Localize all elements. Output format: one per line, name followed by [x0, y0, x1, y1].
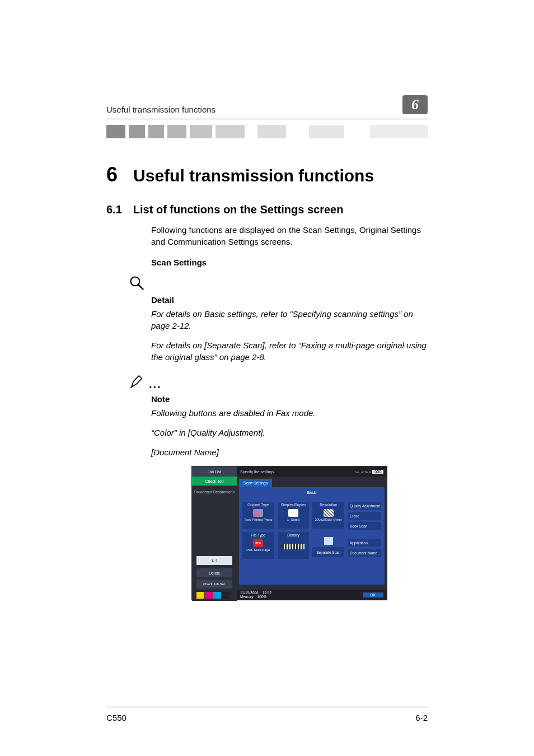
resolution-icon — [324, 509, 334, 517]
note-paragraph-1: Following buttons are disabled in Fax mo… — [151, 407, 428, 419]
ss-density-label: Density — [287, 534, 299, 538]
ss-topbar-text: Specify the settings. — [240, 470, 275, 474]
ss-resolution-label: Resolution — [320, 503, 337, 508]
ss-original-type-label: Original Type — [247, 503, 269, 508]
ss-basic-bar: Basic — [242, 491, 381, 498]
ss-separate-scan-area: Separate Scan — [312, 532, 344, 559]
ellipsis-icon: ... — [149, 378, 162, 392]
ss-quality-button[interactable]: Quality Adjustment — [348, 502, 381, 510]
ss-pager[interactable]: 1/ 1 — [196, 556, 232, 565]
pdf-icon: PDF — [253, 539, 263, 547]
ss-file-type-label: File Type — [251, 534, 265, 538]
ss-file-type-value: PDF Multi Page — [246, 548, 270, 552]
ss-scan-settings-tab[interactable]: Scan Settings — [239, 479, 272, 487]
photo-icon — [253, 509, 263, 517]
ss-application-button[interactable]: Application — [348, 539, 381, 547]
ss-memory-label: Memory — [240, 595, 253, 599]
ss-check-job-tab[interactable]: Check Job — [192, 477, 237, 486]
device-screenshot: Job List Check Job Broadcast Destination… — [191, 466, 387, 600]
ss-erase-button[interactable]: Erase — [348, 512, 381, 520]
footer-page-number: 6-2 — [415, 713, 428, 722]
chapter-number: 6 — [106, 163, 118, 186]
density-meter-icon — [282, 544, 305, 549]
chapter-title: Useful transmission functions — [133, 166, 374, 185]
ss-simplex-label: Simplex/Duplex — [280, 503, 306, 508]
decorative-gradient-bar — [106, 125, 428, 138]
ss-original-type-button[interactable]: Original Type Text/ Printed Photo — [242, 502, 274, 529]
ss-resolution-value: 200x200dpi (Fine) — [315, 518, 341, 521]
pen-icon — [129, 373, 146, 392]
note-paragraph-3: [Document Name] — [151, 446, 428, 458]
separate-scan-icon — [324, 537, 333, 545]
ss-job-list-button[interactable]: Job List — [192, 466, 237, 477]
ss-memory-value: 100% — [257, 595, 267, 599]
svg-line-1 — [139, 285, 143, 290]
intro-paragraph: Following functions are displayed on the… — [151, 224, 428, 248]
section-title: List of functions on the Settings screen — [133, 203, 344, 216]
ss-separate-scan-button[interactable]: Separate Scan — [312, 547, 344, 557]
ss-check-job-set-button[interactable]: Check Job Set. — [196, 580, 232, 589]
footer-model: C550 — [106, 713, 127, 722]
scan-settings-subhead: Scan Settings — [151, 258, 428, 267]
ss-simplex-value: 1- Sided — [287, 518, 299, 521]
page-icon: ▯ — [288, 509, 298, 517]
ss-cmyk-indicator — [192, 591, 237, 601]
ss-document-name-button[interactable]: Document Name — [348, 549, 381, 557]
ss-ok-button[interactable]: OK — [363, 592, 383, 598]
ss-sets-value: 000 — [372, 470, 383, 474]
running-header-chapter-badge: 6 — [402, 95, 428, 114]
note-label: Note — [151, 394, 428, 404]
ss-simplex-duplex-button[interactable]: Simplex/Duplex ▯ 1- Sided — [278, 502, 310, 529]
note-paragraph-2: “Color” in [Quality Adjustment]. — [151, 427, 428, 438]
ss-resolution-button[interactable]: Resolution 200x200dpi (Fine) — [312, 502, 344, 529]
ss-time: 12:52 — [263, 591, 271, 595]
ss-delete-button[interactable]: Delete — [196, 568, 232, 577]
detail-paragraph-1: For details on Basic settings, refer to … — [151, 308, 428, 332]
ss-density-button[interactable]: Density — [278, 532, 310, 559]
magnifier-icon — [129, 275, 144, 293]
svg-line-2 — [130, 387, 132, 388]
ss-file-type-button[interactable]: File Type PDF PDF Multi Page — [242, 532, 274, 559]
section-number: 6.1 — [106, 203, 122, 216]
ss-date: 11/15/2006 — [240, 591, 259, 595]
ss-broadcast-destinations-label: Broadcast Destinations — [192, 486, 237, 498]
detail-paragraph-2: For details on [Separate Scan], refer to… — [151, 339, 428, 363]
ss-original-type-value: Text/ Printed Photo — [244, 518, 273, 521]
running-header-title: Useful transmission functions — [106, 105, 216, 114]
ss-sets-label: No. of Sets — [355, 470, 372, 474]
detail-label: Detail — [151, 295, 428, 305]
ss-book-scan-button[interactable]: Book Scan — [348, 522, 381, 530]
